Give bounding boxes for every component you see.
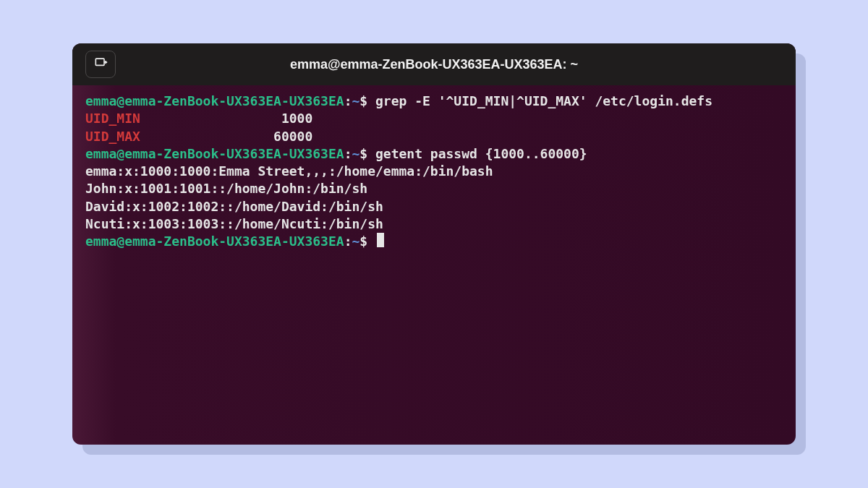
- new-tab-button[interactable]: [85, 51, 116, 78]
- prompt-sep1: :: [344, 93, 352, 108]
- svg-rect-0: [95, 59, 104, 65]
- uid-max-pad: [140, 129, 273, 144]
- uid-min-value: 1000: [281, 111, 312, 126]
- terminal-window: emma@emma-ZenBook-UX363EA-UX363EA: ~ emm…: [72, 43, 796, 445]
- uid-max-value: 60000: [273, 129, 312, 144]
- terminal-body[interactable]: emma@emma-ZenBook-UX363EA-UX363EA:~$ gre…: [72, 85, 796, 445]
- uid-min-label: UID_MIN: [85, 111, 140, 126]
- cursor: [377, 233, 384, 247]
- passwd-row-0: emma:x:1000:1000:Emma Street,,,:/home/em…: [85, 163, 783, 180]
- prompt-sep1: :: [344, 146, 352, 161]
- prompt-line-3: emma@emma-ZenBook-UX363EA-UX363EA:~$: [85, 233, 783, 250]
- passwd-row-2: David:x:1002:1002::/home/David:/bin/sh: [85, 198, 783, 215]
- passwd-row-3: Ncuti:x:1003:1003::/home/Ncuti:/bin/sh: [85, 215, 783, 233]
- prompt-line-2: emma@emma-ZenBook-UX363EA-UX363EA:~$ get…: [85, 145, 783, 163]
- titlebar: emma@emma-ZenBook-UX363EA-UX363EA: ~: [72, 43, 796, 85]
- command-1: grep -E '^UID_MIN|^UID_MAX' /etc/login.d…: [375, 93, 712, 108]
- grep-out-min: UID_MIN 1000: [85, 110, 783, 127]
- passwd-row-1: John:x:1001:1001::/home/John:/bin/sh: [85, 180, 783, 197]
- uid-min-pad: [140, 111, 281, 126]
- prompt-host: emma@emma-ZenBook-UX363EA-UX363EA: [85, 146, 344, 161]
- command-2: getent passwd {1000..60000}: [375, 146, 587, 161]
- prompt-sep2: $: [359, 234, 375, 249]
- prompt-path: ~: [352, 93, 359, 108]
- uid-max-label: UID_MAX: [85, 129, 140, 144]
- prompt-sep2: $: [359, 146, 375, 161]
- prompt-path: ~: [352, 146, 359, 161]
- new-tab-icon: [93, 56, 108, 73]
- prompt-sep1: :: [344, 234, 352, 249]
- window-title: emma@emma-ZenBook-UX363EA-UX363EA: ~: [72, 57, 796, 72]
- prompt-host: emma@emma-ZenBook-UX363EA-UX363EA: [85, 93, 344, 108]
- prompt-path: ~: [352, 234, 359, 249]
- prompt-line-1: emma@emma-ZenBook-UX363EA-UX363EA:~$ gre…: [85, 93, 783, 110]
- prompt-host: emma@emma-ZenBook-UX363EA-UX363EA: [85, 234, 344, 249]
- grep-out-max: UID_MAX 60000: [85, 128, 783, 145]
- prompt-sep2: $: [359, 93, 375, 108]
